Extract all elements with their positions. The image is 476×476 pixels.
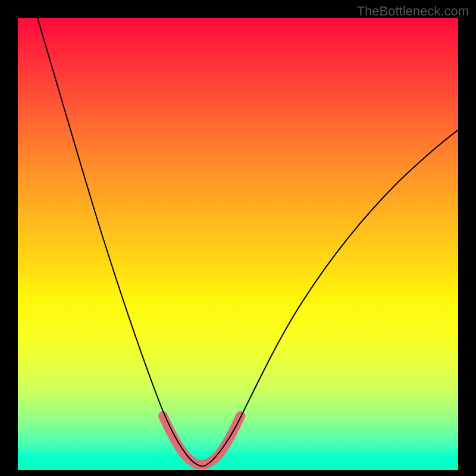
chart-container: TheBottleneck.com [0,0,476,476]
chart-svg [18,18,458,470]
plot-area [18,18,458,470]
watermark-text: TheBottleneck.com [357,4,469,19]
bottleneck-curve [36,18,458,466]
optimal-zone-highlight [163,416,240,465]
